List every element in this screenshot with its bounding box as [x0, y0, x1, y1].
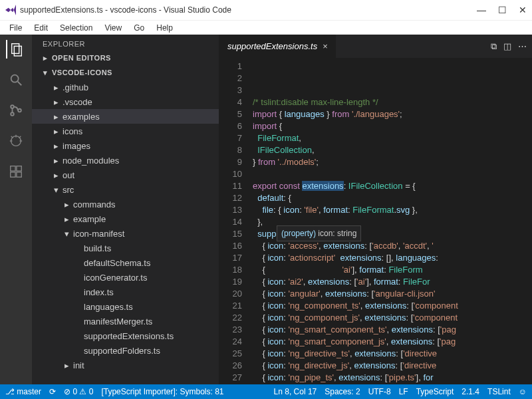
code-line[interactable]: IFileCollection, — [253, 144, 532, 156]
debug-icon[interactable] — [7, 132, 25, 150]
code-line[interactable]: { icon: 'ng_component_js', extensions: [… — [253, 312, 532, 324]
chevron-icon: ▸ — [63, 214, 70, 224]
file-tree[interactable]: ▸OPEN EDITORS ▾VSCODE-ICONS ▸.github▸.vs… — [32, 51, 219, 384]
tree-item[interactable]: iconGenerator.ts — [32, 270, 219, 285]
source-control-icon[interactable] — [7, 101, 25, 120]
close-button[interactable]: ✕ — [519, 5, 527, 15]
errors-counter[interactable]: ⊘ 0 ⚠ 0 — [64, 387, 93, 396]
extensions-icon[interactable] — [7, 162, 25, 181]
minimize-button[interactable]: — — [477, 5, 486, 15]
more-actions-icon[interactable]: ⋯ — [518, 41, 527, 52]
tree-item-label: supportedExtensions.ts — [84, 331, 174, 341]
code-line[interactable]: { 'ai'], format: FileForm — [253, 264, 532, 276]
code-area[interactable]: 1234567891011121314151617181920212223242… — [219, 58, 532, 384]
tree-item[interactable]: ▸.github — [32, 80, 219, 94]
ts-importer-status[interactable]: [TypeScript Importer]: Symbols: 81 — [101, 387, 223, 396]
code-line[interactable]: { icon: 'angular', extensions: ['angular… — [253, 288, 532, 300]
error-count: 0 — [72, 387, 77, 396]
tree-item[interactable]: ▸node_modules — [32, 153, 219, 168]
chevron-icon: ▸ — [52, 97, 60, 107]
code-line[interactable]: { icon: 'ai2', extensions: ['ai'], forma… — [253, 276, 532, 288]
tree-item-label: node_modules — [63, 156, 119, 166]
open-editors-label: OPEN EDITORS — [52, 54, 111, 62]
close-tab-icon[interactable]: × — [323, 41, 328, 51]
tree-item[interactable]: ▸icons — [32, 124, 219, 138]
ts-version[interactable]: 2.1.4 — [462, 387, 479, 396]
toggle-layout-icon[interactable]: ◫ — [503, 41, 511, 52]
menu-file[interactable]: File — [4, 22, 27, 34]
tree-item-label: manifestMerger.ts — [84, 317, 152, 327]
tree-item[interactable]: ▾src — [32, 182, 219, 197]
svg-point-6 — [18, 109, 21, 112]
tslint-status[interactable]: TSLint — [487, 387, 511, 396]
code-line[interactable]: import { languages } from './languages'; — [253, 108, 532, 120]
tree-item[interactable]: ▸init — [32, 358, 219, 372]
eol[interactable]: LF — [399, 387, 408, 396]
tree-item-label: example — [73, 214, 106, 224]
tree-item-label: supportedFolders.ts — [84, 346, 160, 356]
menu-help[interactable]: Help — [151, 22, 178, 34]
tree-item[interactable]: defaultSchema.ts — [32, 255, 219, 270]
tree-item[interactable]: ▸images — [32, 138, 219, 153]
explorer-icon[interactable] — [6, 40, 25, 59]
chevron-icon: ▸ — [63, 200, 70, 209]
tree-item[interactable]: ▸examples — [32, 109, 219, 124]
tree-item[interactable]: ▸out — [32, 168, 219, 182]
code-line[interactable]: FileFormat, — [253, 132, 532, 144]
indent-spaces[interactable]: Spaces: 2 — [325, 387, 360, 396]
git-branch[interactable]: ⎇ master — [5, 387, 41, 396]
feedback-icon[interactable]: ☺ — [519, 387, 527, 396]
language-mode[interactable]: TypeScript — [416, 387, 454, 396]
tree-item-label: commands — [73, 200, 116, 209]
menu-go[interactable]: Go — [128, 22, 150, 34]
root-label: VSCODE-ICONS — [52, 68, 112, 76]
tree-item[interactable]: ▾icon-manifest — [32, 226, 219, 241]
code-line[interactable]: { icon: 'ng_pipe_ts', extensions: ['pipe… — [253, 372, 532, 384]
chevron-icon: ▸ — [52, 156, 60, 166]
code-line[interactable]: { icon: 'actionscript' extensions: [], l… — [253, 252, 532, 264]
code-line[interactable]: default: { — [253, 192, 532, 204]
tree-item-label: icon-manifest — [73, 229, 124, 239]
code-line[interactable]: import { — [253, 120, 532, 132]
code-line[interactable]: { icon: 'ng_smart_component_js', extensi… — [253, 336, 532, 348]
menu-view[interactable]: View — [99, 22, 127, 34]
tab-title: supportedExtensions.ts — [227, 41, 317, 51]
tree-item[interactable]: languages.ts — [32, 299, 219, 314]
svg-rect-0 — [12, 44, 19, 54]
search-icon[interactable] — [7, 70, 25, 89]
sync-icon[interactable]: ⟳ — [49, 387, 56, 396]
code-content[interactable]: (property) icon: string /* tslint:disabl… — [249, 58, 532, 384]
hover-property: (property) — [281, 229, 316, 238]
tree-item[interactable]: ▸.vscode — [32, 94, 219, 109]
menu-selection[interactable]: Selection — [55, 22, 98, 34]
menubar: File Edit Selection View Go Help — [0, 20, 532, 35]
maximize-button[interactable]: ☐ — [498, 5, 507, 15]
open-editors-section[interactable]: ▸OPEN EDITORS — [32, 51, 219, 65]
tree-item[interactable]: supportedExtensions.ts — [32, 329, 219, 343]
editor-tab[interactable]: supportedExtensions.ts × — [219, 35, 336, 58]
svg-rect-14 — [11, 172, 15, 177]
cursor-position[interactable]: Ln 8, Col 17 — [274, 387, 317, 396]
tree-item[interactable]: ▸commands — [32, 197, 219, 211]
code-line[interactable]: { icon: 'ng_directive_ts', extensions: [… — [253, 348, 532, 360]
code-line[interactable] — [253, 168, 532, 180]
code-line[interactable]: } from '../models'; — [253, 156, 532, 168]
encoding[interactable]: UTF-8 — [368, 387, 391, 396]
tree-item-label: out — [63, 170, 74, 180]
tree-item[interactable]: ▸example — [32, 211, 219, 226]
tree-item[interactable]: manifestMerger.ts — [32, 314, 219, 329]
code-line[interactable]: { icon: 'ng_smart_component_ts', extensi… — [253, 324, 532, 336]
code-line[interactable]: { icon: 'ng_pipe_js', extensions: ['pipe… — [253, 384, 532, 384]
menu-edit[interactable]: Edit — [29, 22, 53, 34]
code-line[interactable]: { icon: 'access', extensions: ['accdb', … — [253, 240, 532, 252]
code-line[interactable]: export const extensions: IFileCollection… — [253, 180, 532, 192]
split-editor-icon[interactable]: ⧉ — [491, 41, 497, 52]
tree-item[interactable]: index.ts — [32, 285, 219, 299]
code-line[interactable]: /* tslint:disable max-line-length */ — [253, 96, 532, 108]
code-line[interactable]: file: { icon: 'file', format: FileFormat… — [253, 204, 532, 216]
code-line[interactable]: { icon: 'ng_directive_js', extensions: [… — [253, 360, 532, 372]
tree-item[interactable]: build.ts — [32, 241, 219, 255]
tree-item[interactable]: supportedFolders.ts — [32, 343, 219, 358]
root-section[interactable]: ▾VSCODE-ICONS — [32, 65, 219, 80]
code-line[interactable]: { icon: 'ng_component_ts', extensions: [… — [253, 300, 532, 312]
